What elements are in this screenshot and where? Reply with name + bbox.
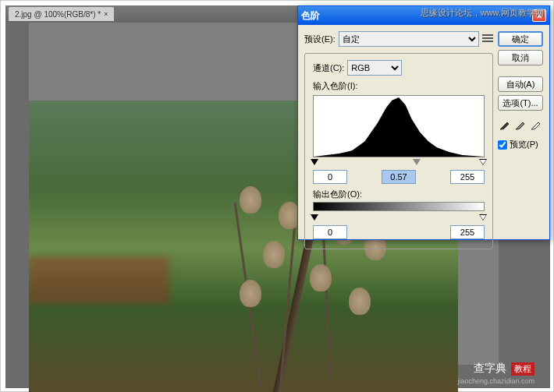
output-black-slider[interactable]	[311, 214, 318, 221]
options-button[interactable]: 选项(T)...	[498, 95, 543, 111]
levels-dialog: 色阶 ✕ 预设(E): 自定 通道(C):	[297, 5, 550, 240]
black-point-slider[interactable]	[311, 159, 318, 165]
preview-checkbox[interactable]	[498, 140, 507, 150]
output-white-field[interactable]	[450, 225, 485, 239]
output-levels-label: 输出色阶(O):	[313, 189, 485, 200]
preview-label: 预览(P)	[510, 139, 538, 150]
output-slider-track[interactable]	[313, 214, 485, 222]
watermark-url: jiaocheng.chazidian.com	[457, 377, 534, 385]
close-icon[interactable]: ×	[104, 10, 108, 18]
output-white-slider[interactable]	[479, 214, 487, 221]
preset-label: 预设(E):	[304, 34, 336, 45]
dialog-title: 色阶	[301, 9, 320, 23]
input-black-field[interactable]	[313, 170, 347, 184]
input-gamma-field[interactable]	[382, 170, 416, 184]
cancel-button[interactable]: 取消	[498, 50, 543, 65]
input-white-field[interactable]	[450, 170, 485, 184]
channel-select[interactable]: RGB	[347, 60, 402, 76]
white-point-slider[interactable]	[479, 159, 487, 165]
eyedropper-white-icon[interactable]	[530, 118, 542, 131]
output-black-field[interactable]	[313, 225, 347, 239]
preview-checkbox-row[interactable]: 预览(P)	[498, 139, 543, 150]
auto-button[interactable]: 自动(A)	[498, 76, 543, 92]
output-gradient	[313, 202, 485, 211]
preset-menu-icon[interactable]	[482, 34, 493, 44]
tab-label: 2.jpg @ 100%(RGB/8*) *	[15, 10, 101, 19]
eyedropper-black-icon[interactable]	[499, 118, 511, 131]
gamma-slider[interactable]	[413, 159, 421, 165]
eyedropper-gray-icon[interactable]	[514, 118, 527, 131]
input-slider-track[interactable]	[313, 159, 485, 167]
histogram	[313, 95, 485, 157]
channel-label: 通道(C):	[313, 62, 344, 74]
input-levels-label: 输入色阶(I):	[313, 80, 485, 92]
watermark-brand: 查字典 教程	[474, 362, 534, 376]
ok-button[interactable]: 确定	[498, 31, 543, 47]
watermark-top: 思缘设计论坛，www.网页教学网	[421, 7, 544, 19]
preset-select[interactable]: 自定	[339, 31, 479, 47]
document-tab-active[interactable]: 2.jpg @ 100%(RGB/8*) * ×	[9, 7, 114, 21]
